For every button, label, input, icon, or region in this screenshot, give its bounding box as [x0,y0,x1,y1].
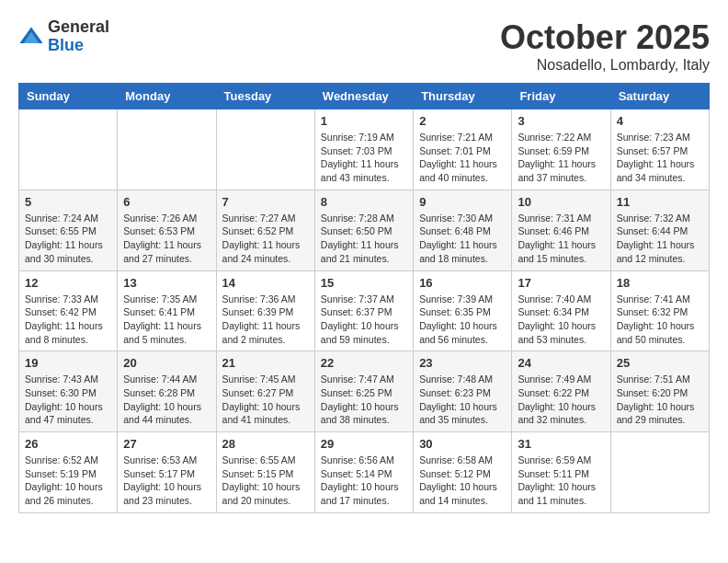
day-info: Sunrise: 7:31 AMSunset: 6:46 PMDaylight:… [518,212,604,266]
calendar-cell: 10Sunrise: 7:31 AMSunset: 6:46 PMDayligh… [512,190,610,270]
logo-blue-text: Blue [48,37,109,55]
title-block: October 2025 Nosadello, Lombardy, Italy [500,18,710,74]
day-number: 29 [321,437,407,451]
calendar-cell: 17Sunrise: 7:40 AMSunset: 6:34 PMDayligh… [512,270,610,351]
day-info: Sunrise: 7:43 AMSunset: 6:30 PMDaylight:… [25,373,111,427]
day-info: Sunrise: 7:19 AMSunset: 7:03 PMDaylight:… [321,131,407,185]
day-info: Sunrise: 6:59 AMSunset: 5:11 PMDaylight:… [518,454,604,508]
day-number: 13 [123,276,210,290]
calendar-cell: 5Sunrise: 7:24 AMSunset: 6:55 PMDaylight… [19,190,118,270]
calendar-week-row: 12Sunrise: 7:33 AMSunset: 6:42 PMDayligh… [19,270,710,351]
page-header: General Blue October 2025 Nosadello, Lom… [18,18,710,74]
day-number: 1 [321,114,407,128]
day-info: Sunrise: 7:22 AMSunset: 6:59 PMDaylight:… [518,131,604,185]
weekday-header-saturday: Saturday [610,84,709,109]
calendar-cell: 25Sunrise: 7:51 AMSunset: 6:20 PMDayligh… [610,351,709,432]
calendar-cell: 11Sunrise: 7:32 AMSunset: 6:44 PMDayligh… [610,190,709,270]
calendar-cell: 28Sunrise: 6:55 AMSunset: 5:15 PMDayligh… [216,432,314,513]
day-number: 24 [518,356,604,370]
day-info: Sunrise: 7:48 AMSunset: 6:23 PMDaylight:… [419,373,506,427]
calendar-cell: 30Sunrise: 6:58 AMSunset: 5:12 PMDayligh… [414,432,512,513]
calendar-cell: 29Sunrise: 6:56 AMSunset: 5:14 PMDayligh… [314,432,413,513]
day-info: Sunrise: 7:26 AMSunset: 6:53 PMDaylight:… [123,212,210,266]
day-info: Sunrise: 7:49 AMSunset: 6:22 PMDaylight:… [518,373,604,427]
day-info: Sunrise: 7:39 AMSunset: 6:35 PMDaylight:… [419,293,506,347]
day-info: Sunrise: 7:41 AMSunset: 6:32 PMDaylight:… [617,293,703,347]
day-info: Sunrise: 7:44 AMSunset: 6:28 PMDaylight:… [123,373,210,427]
calendar-cell: 7Sunrise: 7:27 AMSunset: 6:52 PMDaylight… [216,190,314,270]
calendar-cell: 20Sunrise: 7:44 AMSunset: 6:28 PMDayligh… [118,351,216,432]
day-number: 2 [419,114,506,128]
day-info: Sunrise: 7:21 AMSunset: 7:01 PMDaylight:… [419,131,506,185]
logo-general-text: General [48,18,109,37]
calendar-cell: 8Sunrise: 7:28 AMSunset: 6:50 PMDaylight… [314,190,413,270]
calendar-cell: 9Sunrise: 7:30 AMSunset: 6:48 PMDaylight… [414,190,512,270]
day-number: 5 [25,195,111,209]
weekday-header-row: SundayMondayTuesdayWednesdayThursdayFrid… [19,84,710,109]
weekday-header-tuesday: Tuesday [216,84,314,109]
calendar-body: 1Sunrise: 7:19 AMSunset: 7:03 PMDaylight… [19,109,710,513]
calendar-cell: 31Sunrise: 6:59 AMSunset: 5:11 PMDayligh… [512,432,610,513]
day-info: Sunrise: 7:24 AMSunset: 6:55 PMDaylight:… [25,212,111,266]
calendar-cell: 23Sunrise: 7:48 AMSunset: 6:23 PMDayligh… [414,351,512,432]
weekday-header-monday: Monday [118,84,216,109]
calendar-table: SundayMondayTuesdayWednesdayThursdayFrid… [18,83,710,513]
day-number: 23 [419,356,506,370]
calendar-cell: 16Sunrise: 7:39 AMSunset: 6:35 PMDayligh… [414,270,512,351]
calendar-cell: 6Sunrise: 7:26 AMSunset: 6:53 PMDaylight… [118,190,216,270]
day-number: 21 [222,356,309,370]
calendar-cell: 22Sunrise: 7:47 AMSunset: 6:25 PMDayligh… [314,351,413,432]
day-info: Sunrise: 7:30 AMSunset: 6:48 PMDaylight:… [419,212,506,266]
calendar-cell: 12Sunrise: 7:33 AMSunset: 6:42 PMDayligh… [19,270,118,351]
day-number: 12 [25,276,111,290]
location-subtitle: Nosadello, Lombardy, Italy [500,57,710,74]
day-info: Sunrise: 7:27 AMSunset: 6:52 PMDaylight:… [222,212,309,266]
day-number: 20 [123,356,210,370]
day-number: 9 [419,195,506,209]
day-info: Sunrise: 6:52 AMSunset: 5:19 PMDaylight:… [25,454,111,508]
weekday-header-sunday: Sunday [19,84,118,109]
weekday-header-thursday: Thursday [414,84,512,109]
day-number: 3 [518,114,604,128]
calendar-cell: 15Sunrise: 7:37 AMSunset: 6:37 PMDayligh… [314,270,413,351]
calendar-cell: 18Sunrise: 7:41 AMSunset: 6:32 PMDayligh… [610,270,709,351]
day-info: Sunrise: 6:53 AMSunset: 5:17 PMDaylight:… [123,454,210,508]
weekday-header-wednesday: Wednesday [314,84,413,109]
calendar-cell: 3Sunrise: 7:22 AMSunset: 6:59 PMDaylight… [512,109,610,190]
day-info: Sunrise: 6:56 AMSunset: 5:14 PMDaylight:… [321,454,407,508]
calendar-week-row: 26Sunrise: 6:52 AMSunset: 5:19 PMDayligh… [19,432,710,513]
logo: General Blue [18,18,109,55]
day-number: 6 [123,195,210,209]
day-info: Sunrise: 6:58 AMSunset: 5:12 PMDaylight:… [419,454,506,508]
day-info: Sunrise: 7:45 AMSunset: 6:27 PMDaylight:… [222,373,309,427]
day-number: 27 [123,437,210,451]
day-info: Sunrise: 7:40 AMSunset: 6:34 PMDaylight:… [518,293,604,347]
day-number: 31 [518,437,604,451]
day-number: 30 [419,437,506,451]
day-info: Sunrise: 7:47 AMSunset: 6:25 PMDaylight:… [321,373,407,427]
day-number: 19 [25,356,111,370]
day-number: 16 [419,276,506,290]
day-info: Sunrise: 7:23 AMSunset: 6:57 PMDaylight:… [617,131,703,185]
calendar-cell: 19Sunrise: 7:43 AMSunset: 6:30 PMDayligh… [19,351,118,432]
day-number: 28 [222,437,309,451]
month-title: October 2025 [500,18,710,57]
calendar-cell: 27Sunrise: 6:53 AMSunset: 5:17 PMDayligh… [118,432,216,513]
day-info: Sunrise: 7:51 AMSunset: 6:20 PMDaylight:… [617,373,703,427]
day-number: 4 [617,114,703,128]
day-number: 8 [321,195,407,209]
calendar-cell: 4Sunrise: 7:23 AMSunset: 6:57 PMDaylight… [610,109,709,190]
day-number: 14 [222,276,309,290]
day-number: 11 [617,195,703,209]
calendar-cell [19,109,118,190]
calendar-week-row: 5Sunrise: 7:24 AMSunset: 6:55 PMDaylight… [19,190,710,270]
calendar-cell [118,109,216,190]
calendar-cell: 26Sunrise: 6:52 AMSunset: 5:19 PMDayligh… [19,432,118,513]
logo-icon [18,24,44,50]
day-number: 15 [321,276,407,290]
calendar-cell: 14Sunrise: 7:36 AMSunset: 6:39 PMDayligh… [216,270,314,351]
day-number: 22 [321,356,407,370]
day-info: Sunrise: 7:37 AMSunset: 6:37 PMDaylight:… [321,293,407,347]
calendar-week-row: 19Sunrise: 7:43 AMSunset: 6:30 PMDayligh… [19,351,710,432]
day-info: Sunrise: 7:32 AMSunset: 6:44 PMDaylight:… [617,212,703,266]
